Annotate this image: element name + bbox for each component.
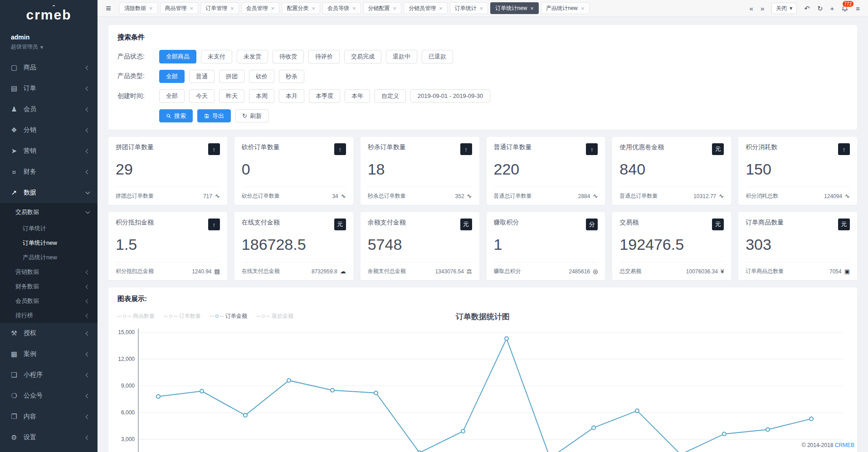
type-seckill-button[interactable]: 秒杀: [279, 70, 304, 83]
yuan-badge-icon: 元: [712, 219, 724, 230]
sidebar-item-content[interactable]: ❐ 内容: [0, 406, 98, 427]
stat-foot-value: 124094: [824, 193, 842, 199]
filter-all-goods-button[interactable]: 全部商品: [159, 50, 196, 63]
time-year-button[interactable]: 本年: [345, 89, 370, 103]
filter-to-receive-button[interactable]: 待收货: [273, 50, 304, 63]
filter-to-review-button[interactable]: 待评价: [308, 50, 340, 63]
tab-goods-manage[interactable]: 商品管理 ×: [160, 2, 199, 14]
list-menu-icon[interactable]: ≡: [856, 5, 860, 12]
sidebar-item-finance[interactable]: ¤ 财务: [0, 161, 98, 182]
close-icon[interactable]: ×: [581, 5, 585, 11]
filter-completed-button[interactable]: 交易完成: [344, 50, 381, 63]
user-role-dropdown[interactable]: 超级管理员 ▾: [11, 43, 87, 51]
yuan-badge-icon: 元: [838, 219, 850, 230]
search-button[interactable]: 搜索: [159, 109, 193, 123]
legend-order-count[interactable]: 订单数量: [164, 312, 201, 320]
refresh-icon[interactable]: ↻: [817, 5, 823, 12]
sidebar-item-product-stats-new[interactable]: 产品统计new: [0, 250, 98, 265]
close-icon[interactable]: ×: [480, 5, 483, 11]
sidebar-item-order-stats[interactable]: 订单统计: [0, 221, 98, 236]
filter-refunded-button[interactable]: 已退款: [422, 50, 453, 63]
sidebar-item-ranking[interactable]: 排行榜: [0, 308, 98, 323]
close-icon[interactable]: ×: [530, 5, 534, 11]
tab-order-stats[interactable]: 订单统计 ×: [450, 2, 488, 14]
time-custom-button[interactable]: 自定义: [375, 89, 406, 103]
sidebar-item-members[interactable]: ♟ 会员: [0, 99, 98, 120]
tab-order-manage[interactable]: 订单管理 ×: [200, 2, 239, 14]
type-normal-button[interactable]: 普通: [189, 70, 215, 83]
stat-value: 18: [368, 160, 472, 178]
sidebar-item-distribution[interactable]: ❖ 分销: [0, 120, 98, 141]
tab-member-manage[interactable]: 会员管理 ×: [241, 2, 280, 14]
crmeb-link[interactable]: CRMEB: [835, 442, 854, 448]
data-chart-icon: ↗: [10, 189, 18, 197]
time-yesterday-button[interactable]: 昨天: [219, 89, 244, 103]
legend-goods-count[interactable]: 商品数量: [117, 312, 155, 320]
sidebar-item-goods[interactable]: ▢ 商品: [0, 57, 98, 78]
collapse-sidebar-button[interactable]: ≡: [98, 3, 119, 14]
type-bargain-button[interactable]: 砍价: [249, 70, 274, 83]
time-month-button[interactable]: 本月: [279, 89, 304, 103]
scroll-tabs-left-icon[interactable]: «: [750, 5, 753, 12]
sidebar-item-finance-data[interactable]: 财务数据: [0, 279, 98, 294]
undo-icon[interactable]: ↶: [804, 5, 810, 12]
plus-icon[interactable]: +: [830, 5, 834, 12]
sidebar-item-label: 财务数据: [15, 282, 39, 291]
sidebar-item-cases[interactable]: ▦ 案例: [0, 344, 98, 365]
time-quarter-button[interactable]: 本季度: [309, 89, 340, 103]
close-icon[interactable]: ×: [149, 5, 153, 11]
close-icon[interactable]: ×: [271, 5, 275, 11]
close-icon[interactable]: ×: [312, 5, 315, 11]
sidebar-item-auth[interactable]: ⚒ 授权: [0, 323, 98, 344]
refresh-button[interactable]: ↻ 刷新: [235, 109, 268, 123]
sidebar-item-data[interactable]: ↗ 数据: [0, 182, 98, 203]
sidebar-item-order-stats-new[interactable]: 订单统计new: [0, 236, 98, 250]
sidebar-item-marketing-data[interactable]: 营销数据: [0, 265, 98, 279]
close-icon[interactable]: ×: [439, 5, 443, 11]
tab-config-category[interactable]: 配置分类 ×: [282, 2, 320, 14]
sidebar-item-marketing[interactable]: ➤ 营销: [0, 141, 98, 161]
filter-refunding-button[interactable]: 退款中: [386, 50, 417, 63]
close-icon[interactable]: ×: [352, 5, 356, 11]
close-icon[interactable]: ×: [393, 5, 397, 11]
chevron-left-icon: [86, 299, 90, 303]
sidebar-item-settings[interactable]: ⚙ 设置: [0, 427, 98, 448]
tab-distributor-manage[interactable]: 分销员管理 ×: [404, 2, 448, 14]
tab-clear-data[interactable]: 清除数据 ×: [119, 2, 158, 14]
type-all-button[interactable]: 全部: [159, 70, 185, 83]
sidebar-item-official-account[interactable]: ❍ 公众号: [0, 385, 98, 406]
tab-label: 分销配置: [368, 5, 390, 12]
sidebar-item-miniprogram[interactable]: ❏ 小程序: [0, 365, 98, 385]
filter-unpaid-button[interactable]: 未支付: [201, 50, 232, 63]
notifications-button[interactable]: 772: [841, 5, 848, 12]
legend-order-amount[interactable]: 订单金额: [210, 312, 247, 320]
legend-line-icon: [256, 316, 260, 316]
time-week-button[interactable]: 本周: [249, 89, 274, 103]
legend-refund-amount[interactable]: 退款金额: [256, 312, 293, 320]
close-icon[interactable]: ×: [190, 5, 194, 11]
type-groupbuy-button[interactable]: 拼团: [219, 70, 244, 83]
date-range-input[interactable]: 2019-09-01 - 2019-09-30: [410, 89, 490, 102]
close-icon[interactable]: ×: [230, 5, 234, 11]
tab-label: 会员等级: [327, 5, 349, 12]
export-button[interactable]: 导出: [197, 109, 231, 123]
tab-order-stats-new[interactable]: 订单统计new ×: [490, 2, 539, 14]
tab-product-stats-new[interactable]: 产品统计new ×: [541, 2, 590, 14]
time-all-button[interactable]: 全部: [159, 89, 185, 103]
scroll-tabs-right-icon[interactable]: »: [761, 5, 764, 12]
chevron-left-icon: [86, 352, 90, 356]
tab-distribution-config[interactable]: 分销配置 ×: [363, 2, 402, 14]
close-tabs-dropdown[interactable]: 关闭 ▾: [771, 3, 797, 14]
stat-value: 1: [494, 236, 598, 253]
tab-member-level[interactable]: 会员等级 ×: [322, 2, 361, 14]
sidebar-item-label: 分销: [24, 126, 36, 134]
sidebar-item-member-data[interactable]: 会员数据: [0, 294, 98, 308]
filter-unshipped-button[interactable]: 未发货: [237, 50, 268, 63]
open-tabs: 清除数据 × 商品管理 × 订单管理 × 会员管理 × 配置分类 ×: [119, 2, 741, 14]
sidebar-item-orders[interactable]: ▤ 订单: [0, 78, 98, 99]
time-today-button[interactable]: 今天: [189, 89, 215, 103]
stat-title: 使用优惠卷金额: [619, 143, 664, 151]
stat-value: 220: [494, 160, 598, 178]
svg-text:9,000: 9,000: [121, 383, 135, 389]
sidebar-item-trade-data[interactable]: 交易数据: [0, 203, 98, 221]
